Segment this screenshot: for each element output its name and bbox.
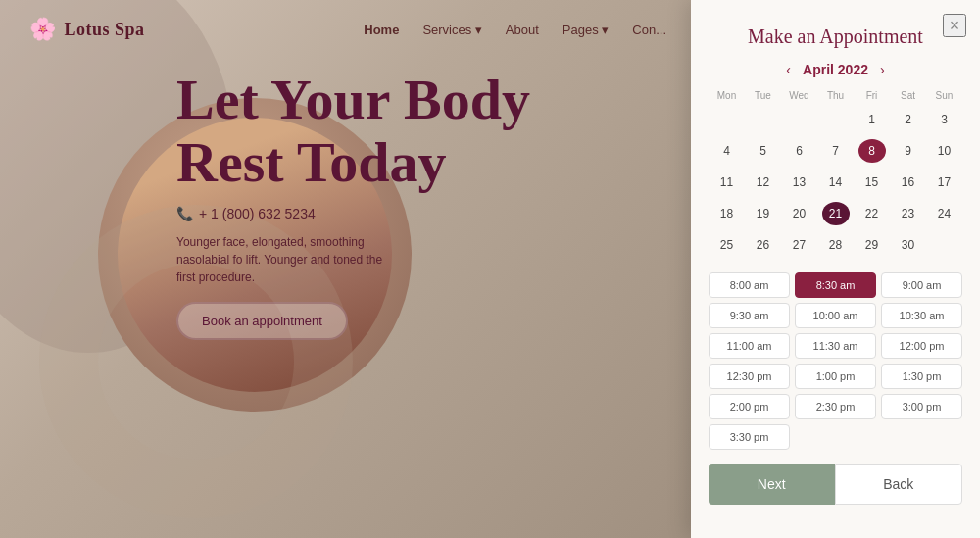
time-slot[interactable]: 12:00 pm [881,333,962,359]
calendar-day[interactable]: 16 [890,167,926,198]
nav-about[interactable]: About [506,23,539,37]
back-button[interactable]: Back [835,464,963,505]
calendar-day[interactable]: 29 [854,229,890,261]
calendar-grid: Mon Tue Wed Thu Fri Sat Sun 123456789101… [709,87,962,261]
phone-icon: 📞 [176,206,193,221]
hero-title: Let Your Body Rest Today [176,69,530,194]
calendar-day[interactable]: 24 [926,198,962,229]
time-slot[interactable]: 8:00 am [709,272,790,298]
panel-footer: Next Back [709,464,962,505]
calendar-day [926,229,962,261]
calendar-day[interactable]: 5 [745,135,781,167]
calendar-day [817,104,854,135]
calendar-day[interactable]: 7 [817,135,854,167]
day-tue: Tue [745,87,781,104]
calendar-day[interactable]: 2 [890,104,926,135]
time-slot[interactable]: 2:00 pm [709,394,790,419]
day-sun: Sun [926,87,962,104]
nav-pages[interactable]: Pages ▾ [563,23,609,37]
calendar-day[interactable]: 3 [926,104,962,135]
nav-contact[interactable]: Con... [632,23,666,37]
time-slot[interactable]: 10:00 am [795,303,876,328]
calendar-day[interactable]: 21 [817,198,854,229]
day-sat: Sat [890,87,926,104]
calendar-day[interactable]: 20 [781,198,817,229]
calendar-day[interactable]: 28 [817,229,854,261]
calendar-day[interactable]: 10 [926,135,962,167]
time-slot[interactable]: 1:00 pm [795,364,876,389]
calendar-day[interactable]: 13 [781,167,817,198]
calendar-day[interactable]: 17 [926,167,962,198]
time-slot[interactable]: 1:30 pm [881,364,962,389]
next-button[interactable]: Next [709,464,835,505]
calendar-header: ‹ April 2022 › [709,62,962,77]
time-slot[interactable]: 11:30 am [795,333,876,359]
day-mon: Mon [709,87,745,104]
calendar-prev-button[interactable]: ‹ [786,62,791,77]
calendar-day[interactable]: 14 [817,167,854,198]
calendar-day [781,104,817,135]
nav-home[interactable]: Home [364,23,399,37]
time-slot[interactable]: 9:00 am [881,272,962,298]
time-slots-grid: 8:00 am8:30 am9:00 am9:30 am10:00 am10:3… [709,272,962,450]
calendar-day [745,104,781,135]
close-button[interactable]: × [943,14,966,37]
calendar-day[interactable]: 25 [709,229,745,261]
calendar-day[interactable]: 15 [854,167,890,198]
calendar-day[interactable]: 4 [709,135,745,167]
appointment-panel: × Make an Appointment ‹ April 2022 › Mon… [691,0,980,538]
hero-phone: 📞 + 1 (800) 632 5234 [176,206,530,221]
phone-number: + 1 (800) 632 5234 [199,206,316,221]
time-slot[interactable]: 11:00 am [709,333,790,359]
time-slot[interactable]: 12:30 pm [709,364,790,389]
nav-services[interactable]: Services ▾ [422,23,481,37]
navigation: 🌸 Lotus Spa Home Services ▾ About Pages … [0,0,696,59]
calendar-row: 18192021222324 [709,198,962,229]
logo-text: Lotus Spa [65,20,145,40]
hero-title-line1: Let Your Body [176,68,530,131]
panel-title: Make an Appointment [709,25,962,48]
lotus-icon: 🌸 [29,17,57,42]
hero-text-block: Let Your Body Rest Today 📞 + 1 (800) 632… [176,69,530,340]
time-slot[interactable]: 9:30 am [709,303,790,328]
calendar-day[interactable]: 26 [745,229,781,261]
calendar-row: 11121314151617 [709,167,962,198]
calendar-day[interactable]: 11 [709,167,745,198]
hero-description: Younger face, elongated, smoothing nasol… [176,233,402,286]
logo: 🌸 Lotus Spa [29,17,145,42]
calendar-month-year: April 2022 [803,62,868,77]
calendar-day[interactable]: 8 [854,135,890,167]
calendar-day[interactable]: 18 [709,198,745,229]
calendar-day[interactable]: 23 [890,198,926,229]
calendar-day[interactable]: 1 [854,104,890,135]
calendar-day-headers: Mon Tue Wed Thu Fri Sat Sun [709,87,962,104]
hero-title-line2: Rest Today [176,130,447,194]
day-wed: Wed [781,87,817,104]
nav-links: Home Services ▾ About Pages ▾ Con... [364,23,666,37]
time-slot[interactable]: 3:00 pm [881,394,962,419]
calendar-day[interactable]: 9 [890,135,926,167]
calendar-row: 123 [709,104,962,135]
time-slot[interactable]: 2:30 pm [795,394,876,419]
calendar-day[interactable]: 30 [890,229,926,261]
calendar-day[interactable]: 19 [745,198,781,229]
time-slot[interactable]: 3:30 pm [709,424,790,450]
day-thu: Thu [817,87,854,104]
time-slot[interactable]: 8:30 am [795,272,876,298]
calendar-day[interactable]: 12 [745,167,781,198]
day-fri: Fri [854,87,890,104]
calendar-row: 45678910 [709,135,962,167]
calendar-day[interactable]: 22 [854,198,890,229]
book-appointment-button[interactable]: Book an appointment [176,302,348,340]
calendar-row: 252627282930 [709,229,962,261]
calendar-day[interactable]: 27 [781,229,817,261]
time-slot[interactable]: 10:30 am [881,303,962,328]
calendar-day [709,104,745,135]
calendar: ‹ April 2022 › Mon Tue Wed Thu Fri Sat S… [709,62,962,261]
calendar-day[interactable]: 6 [781,135,817,167]
calendar-next-button[interactable]: › [880,62,885,77]
